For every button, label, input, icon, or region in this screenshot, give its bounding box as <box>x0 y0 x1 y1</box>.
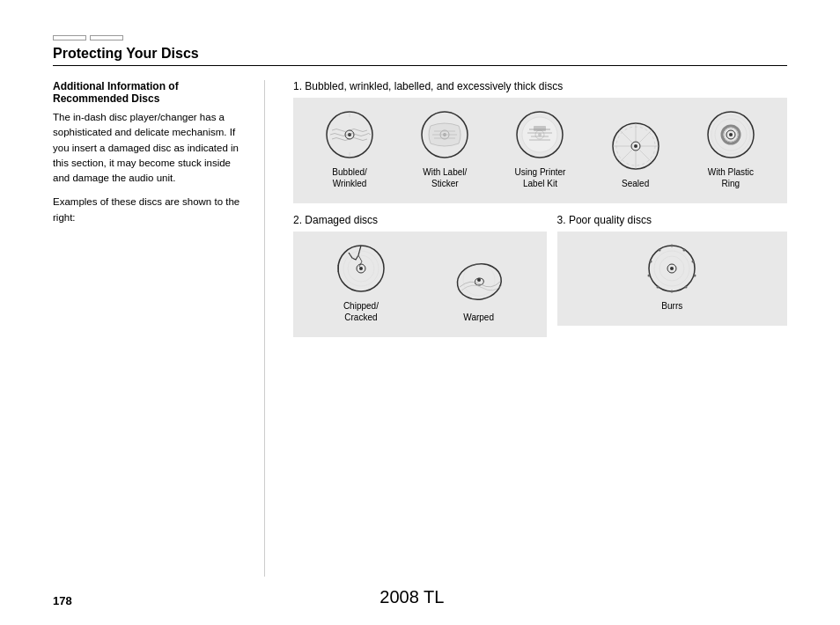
disc-ring: With PlasticRing <box>696 108 766 189</box>
svg-point-57 <box>657 286 659 289</box>
svg-line-29 <box>639 129 652 143</box>
disc-burrs-icon <box>645 242 698 295</box>
disc-bubbled: Bubbled/Wrinkled <box>314 108 385 189</box>
main-content: Additional Information of Recommended Di… <box>53 80 787 577</box>
disc-label: With Label/Sticker <box>409 108 480 189</box>
left-body2: Examples of these discs are shown to the… <box>53 195 247 225</box>
svg-point-53 <box>692 261 695 263</box>
right-column: 1. Bubbled, wrinkled, labelled, and exce… <box>293 80 787 577</box>
svg-point-56 <box>671 290 674 293</box>
disc-sealed-label: Sealed <box>622 178 649 189</box>
svg-point-51 <box>671 245 674 247</box>
disc-label-icon <box>418 108 471 161</box>
disc-ring-label: With PlasticRing <box>708 166 754 189</box>
disc-label-label: With Label/Sticker <box>423 166 467 189</box>
page: Protecting Your Discs Additional Informa… <box>0 0 840 625</box>
svg-point-14 <box>522 117 557 152</box>
section2-box: Chipped/Cracked <box>293 232 547 337</box>
svg-point-22 <box>634 144 637 148</box>
svg-point-58 <box>648 275 651 277</box>
left-body1: The in-dash disc player/changer has a so… <box>53 110 247 186</box>
nav-tab-2[interactable] <box>90 35 123 40</box>
svg-line-28 <box>639 150 652 163</box>
disc-chipped-icon <box>335 242 387 295</box>
svg-point-52 <box>683 249 686 252</box>
page-footer: 178 2008 TL <box>53 587 787 607</box>
svg-line-30 <box>619 150 632 163</box>
section3-box: Burrs <box>557 232 787 326</box>
disc-burrs: Burrs <box>637 242 707 312</box>
disc-chipped-label: Chipped/Cracked <box>343 300 379 323</box>
section3-container: 3. Poor quality discs <box>557 214 787 337</box>
section2-label: 2. Damaged discs <box>293 214 547 226</box>
svg-point-46 <box>477 278 481 282</box>
page-title: Protecting Your Discs <box>53 46 787 66</box>
section3-label: 3. Poor quality discs <box>557 214 787 226</box>
section2-disc-row: Chipped/Cracked <box>302 242 538 323</box>
svg-line-27 <box>619 129 632 143</box>
section2-container: 2. Damaged discs <box>293 214 547 337</box>
disc-sealed: Sealed <box>601 120 671 189</box>
svg-point-59 <box>650 261 652 263</box>
left-heading: Additional Information of Recommended Di… <box>53 80 247 105</box>
nav-tabs <box>53 35 787 40</box>
svg-point-60 <box>659 249 661 252</box>
svg-point-54 <box>694 275 696 277</box>
section1-label: 1. Bubbled, wrinkled, labelled, and exce… <box>293 80 787 92</box>
disc-bubbled-label: Bubbled/Wrinkled <box>332 166 366 189</box>
disc-warped: Warped <box>444 254 514 323</box>
svg-point-50 <box>670 267 674 270</box>
disc-warped-label: Warped <box>463 312 494 323</box>
disc-bubbled-icon <box>323 108 376 161</box>
svg-point-34 <box>729 133 733 136</box>
disc-sealed-icon <box>609 120 662 173</box>
left-column: Additional Information of Recommended Di… <box>53 80 247 577</box>
page-number: 178 <box>53 594 72 607</box>
car-model: 2008 TL <box>72 587 752 607</box>
nav-tab-1[interactable] <box>53 35 86 40</box>
svg-rect-19 <box>534 126 546 131</box>
section1-box: Bubbled/Wrinkled <box>293 98 787 203</box>
disc-ring-icon <box>704 108 757 161</box>
disc-printer-label: Using PrinterLabel Kit <box>515 166 566 189</box>
svg-point-55 <box>685 286 688 289</box>
disc-burrs-label: Burrs <box>661 300 682 312</box>
disc-printer-icon <box>513 108 566 161</box>
section1-disc-row: Bubbled/Wrinkled <box>302 108 778 189</box>
svg-point-41 <box>359 267 363 270</box>
disc-warped-icon <box>453 254 505 306</box>
disc-chipped: Chipped/Cracked <box>326 242 396 323</box>
disc-printer: Using PrinterLabel Kit <box>505 108 575 189</box>
lower-section: 2. Damaged discs <box>293 214 787 337</box>
section3-disc-row: Burrs <box>566 242 778 312</box>
section-divider <box>264 80 265 577</box>
